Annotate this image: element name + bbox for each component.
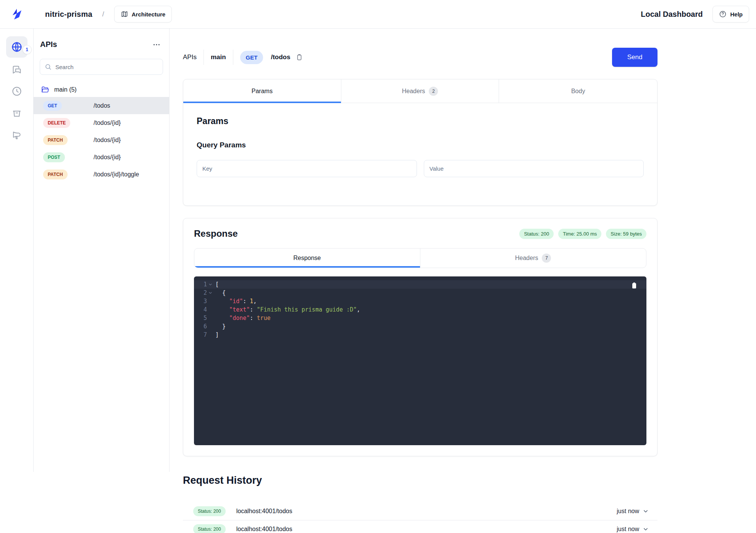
response-body-editor: 1[2 {3 "id": 1,4 "text": "Finish this pr…	[194, 276, 646, 445]
apis-sidebar: APIs main (5) GET/todosDELETE/t	[34, 29, 170, 472]
search-icon	[45, 63, 52, 70]
history-url: localhost:4001/todos	[236, 508, 292, 515]
request-card: ParamsHeaders2Body Params Query Params	[183, 79, 657, 206]
nav-rail: 1	[0, 29, 34, 472]
rail-item-topics[interactable]	[6, 125, 27, 146]
code-text: ]	[215, 331, 219, 339]
rail-item-storage[interactable]	[6, 103, 27, 124]
route-item[interactable]: DELETE/todos/{id}	[34, 114, 169, 131]
code-text: [	[215, 280, 219, 289]
response-header: Response Status: 200Time: 25.00 msSize: …	[194, 228, 646, 239]
search-input[interactable]	[55, 64, 158, 70]
request-tabs: ParamsHeaders2Body	[183, 79, 657, 103]
request-tab-body[interactable]: Body	[499, 79, 657, 103]
clipboard-filled-icon	[630, 282, 638, 289]
line-number: 7	[198, 331, 207, 339]
history-status-pill: Status: 200	[193, 506, 226, 516]
method-badge-wrap: PATCH	[43, 135, 94, 145]
code-text: "id": 1,	[215, 297, 257, 305]
code-line: 3 "id": 1,	[194, 297, 646, 305]
params-title: Params	[197, 116, 644, 126]
history-row[interactable]: Status: 200localhost:4001/todosjust now	[183, 502, 657, 520]
response-status-pill: Status: 200	[519, 229, 554, 239]
help-button[interactable]: Help	[712, 6, 749, 23]
history-row[interactable]: Status: 200localhost:4001/todosjust now	[183, 520, 657, 533]
code-line: 6 }	[194, 322, 646, 331]
request-history-section: Request History Status: 200localhost:400…	[183, 475, 657, 533]
fold-gutter	[207, 331, 214, 339]
fold-chevron-icon[interactable]	[207, 289, 214, 297]
breadcrumb-root: APIs	[183, 53, 197, 61]
response-tabs: ResponseHeaders7	[194, 248, 646, 268]
route-item[interactable]: GET/todos	[34, 97, 169, 114]
line-number: 3	[198, 297, 207, 305]
copy-path-button[interactable]	[296, 53, 303, 61]
request-tab-params[interactable]: Params	[183, 79, 341, 103]
rail-item-apis[interactable]: 1	[6, 36, 27, 58]
method-badge-wrap: DELETE	[43, 118, 94, 128]
local-dashboard-page: nitric-prisma / Architecture Local Dashb…	[0, 0, 756, 533]
route-item[interactable]: POST/todos/{id}	[34, 149, 169, 166]
method-badge: POST	[43, 152, 65, 162]
folder-label: main (5)	[54, 86, 77, 93]
response-tab-response[interactable]: Response	[194, 249, 420, 268]
code-line: 1[	[194, 280, 646, 289]
route-path-label: /todos/{id}	[94, 154, 121, 161]
rail-item-schedules[interactable]	[6, 81, 27, 102]
response-status-pill: Time: 25.00 ms	[558, 229, 601, 239]
architecture-label: Architecture	[132, 11, 165, 18]
route-path-label: /todos	[94, 102, 110, 109]
tab-label: Headers	[402, 88, 425, 95]
breadcrumb-api: main	[211, 53, 226, 61]
help-label: Help	[730, 11, 743, 18]
storage-box-icon	[11, 108, 22, 119]
fold-gutter	[207, 314, 214, 322]
response-title: Response	[194, 228, 238, 239]
request-history-list: Status: 200localhost:4001/todosjust nowS…	[183, 502, 657, 533]
fold-gutter	[207, 297, 214, 305]
map-icon	[121, 10, 128, 18]
fold-gutter	[207, 305, 214, 314]
fold-gutter	[207, 322, 214, 331]
response-card: Response Status: 200Time: 25.00 msSize: …	[183, 218, 657, 456]
method-badge-wrap: POST	[43, 152, 94, 162]
tab-label: Response	[293, 255, 321, 262]
breadcrumb-separator: /	[102, 10, 104, 18]
response-tab-headers[interactable]: Headers7	[420, 249, 646, 268]
method-badge: PATCH	[43, 135, 68, 145]
history-url: localhost:4001/todos	[236, 526, 292, 533]
route-path-label: /todos/{id}/toggle	[94, 171, 139, 178]
query-value-input[interactable]	[424, 160, 644, 177]
route-item[interactable]: PATCH/todos/{id}	[34, 131, 169, 149]
line-number: 2	[198, 289, 207, 297]
route-path-label: /todos/{id}	[94, 120, 121, 126]
method-badge: GET	[43, 101, 62, 111]
send-button[interactable]: Send	[612, 48, 657, 67]
fold-chevron-icon[interactable]	[207, 280, 214, 289]
request-history-title: Request History	[183, 475, 657, 486]
tab-count-badge: 7	[542, 254, 551, 263]
history-time-label: just now	[617, 526, 639, 533]
request-tab-headers[interactable]: Headers2	[341, 79, 499, 103]
method-badge-wrap: PATCH	[43, 170, 94, 179]
route-item[interactable]: PATCH/todos/{id}/toggle	[34, 166, 169, 183]
tab-label: Params	[252, 88, 273, 95]
tab-count-badge: 2	[429, 87, 438, 96]
tab-label: Headers	[515, 255, 538, 262]
app-header: nitric-prisma / Architecture Local Dashb…	[0, 0, 756, 29]
history-time-toggle[interactable]: just now	[617, 526, 649, 533]
architecture-button[interactable]: Architecture	[114, 6, 172, 23]
rail-item-websockets[interactable]	[6, 58, 27, 80]
params-panel: Params Query Params	[183, 103, 657, 205]
history-time-toggle[interactable]: just now	[617, 508, 649, 515]
line-number: 1	[198, 280, 207, 289]
query-key-input[interactable]	[197, 160, 417, 177]
sidebar-menu-button[interactable]	[152, 40, 161, 49]
routes-list: GET/todosDELETE/todos/{id}PATCH/todos/{i…	[34, 97, 169, 183]
api-folder-main[interactable]: main (5)	[41, 86, 163, 94]
code-line: 5 "done": true	[194, 314, 646, 322]
topbar-right: Local Dashboard Help	[641, 6, 749, 23]
nitric-logo	[0, 7, 34, 21]
breadcrumb-divider	[233, 50, 233, 65]
copy-response-button[interactable]	[630, 282, 638, 289]
